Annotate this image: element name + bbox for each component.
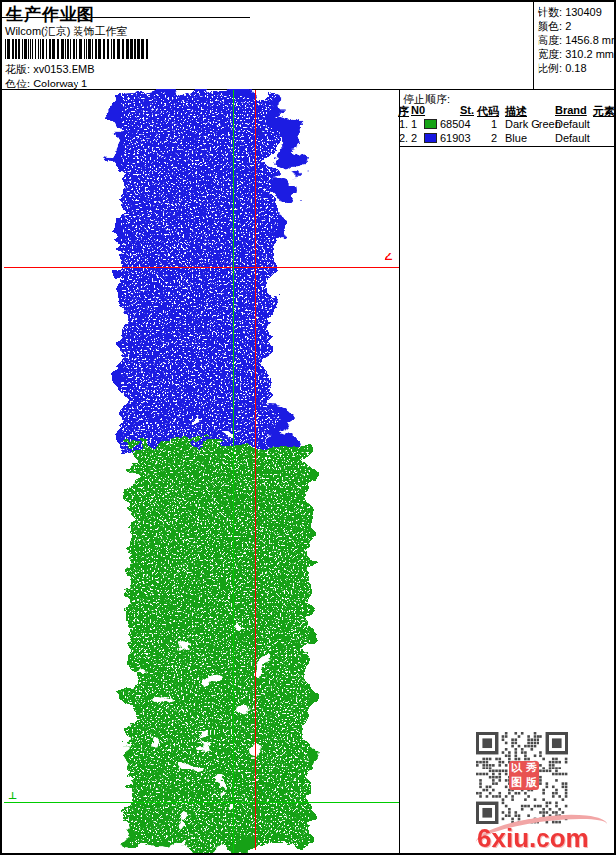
stat-scale-value: 0.18 [565,62,586,74]
start-point-marker: B [257,128,264,137]
row2-color-swatch [424,133,437,143]
row1-color-swatch [424,119,437,129]
row1-brand: Default [555,118,590,130]
vertical-guide-red [255,90,256,850]
col-header-needle: N0 [411,104,425,116]
red-guide-angle-mark: ∠ [384,253,393,261]
stats-divider [533,2,534,89]
row2-desc: Blue [505,132,527,144]
title-underline [2,17,250,18]
stat-width-label: 宽度: [538,48,562,60]
pattern-row: 花版: xv0153.EMB [5,62,95,77]
stamp-char: 版 [526,776,537,789]
row2-needle: 2 [411,132,417,144]
red-stamp: 以 秀 图 版 [509,761,539,790]
barcode [5,39,152,59]
green-guide-perp-mark: ⊥ [8,791,17,800]
row1-needle: 1 [411,118,417,130]
pattern-label: 花版: [5,63,30,75]
panel-divider [399,89,400,853]
stamp-char: 图 [511,776,522,789]
stat-height-value: 1456.8 mm [565,34,616,46]
row2-code: 2 [477,132,497,144]
col-header-stitches: St. [440,104,474,116]
col-header-desc: 描述 [505,104,527,119]
page-title: 生产作业图 [6,3,95,26]
col-header-code: 代码 [477,104,499,119]
stat-colors-value: 2 [565,20,571,32]
row1-seq: 1. [399,118,408,130]
horizontal-center-guide-red [4,267,399,268]
site-name: 6xiu.com [477,823,589,854]
stat-width: 宽度: 310.2 mm [538,47,614,62]
stat-stitches-label: 针数: [538,6,562,18]
row2-stitches: 61903 [440,132,471,144]
row2-brand: Default [555,132,590,144]
production-worksheet: 生产作业图 Wilcom(汇京) 装饰工作室 花版: xv0153.EMB 色位… [0,0,616,855]
stat-scale-label: 比例: [538,62,562,74]
stamp-char: 以 [511,762,522,774]
pattern-value: xv0153.EMB [33,63,94,75]
stamp-char: 秀 [526,762,537,774]
stat-height: 高度: 1456.8 mm [538,33,616,48]
end-point-marker: 8 [259,789,264,798]
stat-height-label: 高度: [538,34,562,46]
stitch-texture-speckles [121,91,310,855]
col-header-seq: 序 [398,104,409,119]
vertical-guide-green [233,90,234,853]
row1-stitches: 68504 [440,118,471,130]
col-header-brand: Brand [555,104,587,116]
table-bottom-line [399,146,616,147]
row1-desc: Dark Green [505,118,561,130]
embroidery-preview [4,89,399,855]
colorway-label: 色位: [5,78,30,89]
colorway-value: Colorway 1 [33,78,87,89]
horizontal-baseline-guide-green [4,802,399,803]
col-header-element: 元素 [593,104,615,119]
stat-colors-label: 颜色: [538,20,562,32]
site-logo: 6xiu.com [473,817,616,855]
row2-seq: 2. [399,132,408,144]
studio-name: Wilcom(汇京) 装饰工作室 [5,24,127,39]
stat-stitches-value: 130409 [565,6,602,18]
stat-width-value: 310.2 mm [565,48,614,60]
stat-stitches: 针数: 130409 [538,5,602,20]
stat-scale: 比例: 0.18 [538,61,587,76]
row1-code: 1 [477,118,497,130]
stat-colors: 颜色: 2 [538,19,571,34]
